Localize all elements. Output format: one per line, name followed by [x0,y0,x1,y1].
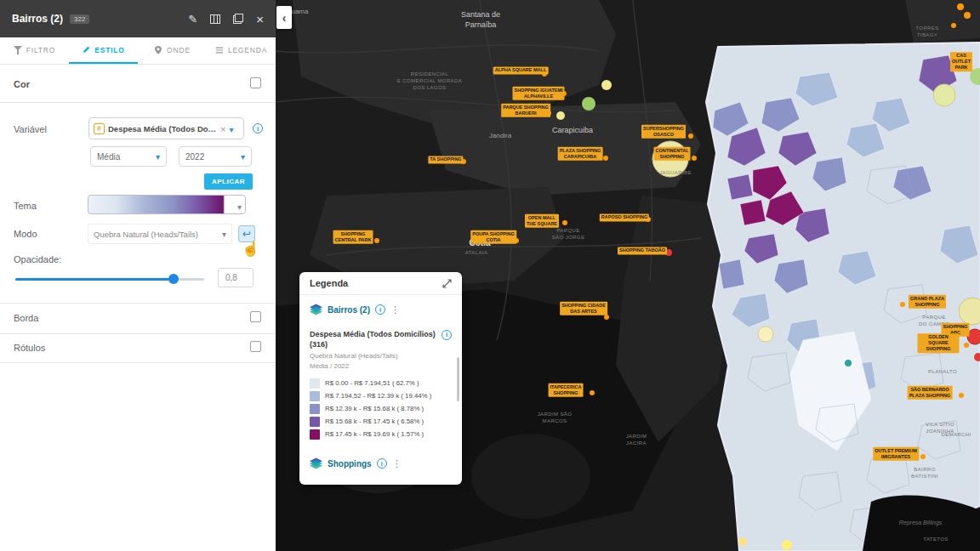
color-section-checkbox[interactable] [250,77,261,88]
aggregation-select[interactable]: Média [90,146,167,167]
shopping-label[interactable]: GRAND PLAZA SHOPPING [909,295,946,309]
close-icon[interactable] [256,13,264,26]
tab-label: LEGENDA [228,46,267,54]
variable-info-icon[interactable] [253,123,263,133]
variable-title-text: Despesa Média (Todos Domicílios) (316) [310,330,437,349]
shopping-label[interactable]: RAPOSO SHOPPING [600,213,649,221]
tab-estilo[interactable]: ESTILO [69,37,138,64]
year-value: 2022 [185,152,204,162]
kebab-menu-icon[interactable] [390,304,400,315]
shopping-label[interactable]: PARQUE SHOPPING BARUERI [501,104,550,117]
shopping-label[interactable]: SUPERSHOPPING OSASCO [641,125,686,139]
slider-thumb[interactable] [168,274,179,284]
aggregation-value: Média [97,152,120,162]
legend-stat-line: Média / 2022 [310,362,452,370]
legend-scrollbar[interactable] [457,357,459,401]
class-label: R$ 7.194,52 - R$ 12.39 k ( 19.44% ) [325,392,431,400]
legend-header[interactable]: Legenda [299,272,462,295]
legend-class-row: R$ 12.39 k - R$ 15.68 k ( 8.78% ) [310,402,452,415]
labels-section-checkbox[interactable] [250,341,261,352]
variable-select[interactable]: Despesa Média (Todos Domicílios) [88,117,244,139]
shopping-label[interactable]: ITAPECERICA SHOPPING [549,383,584,397]
shopping-label[interactable]: SHOPPING IGUATEMI ALPHAVILLE [512,87,564,100]
place-label: ATALAIA [465,250,488,257]
variable-label: Variável [14,124,47,134]
shopping-label[interactable]: OPEN MALL THE SQUARE [525,214,559,228]
shopping-label[interactable]: SHOPPING TABOÃO [618,247,667,254]
panel-header: Bairros (2) 322 ✎ [0,0,276,37]
place-label: Santana de Parnaíba [461,10,500,30]
place-label: Carapicuiba [552,126,593,136]
water-label: Represa Billings [899,519,943,526]
shopping-label[interactable]: GOLDEN SQUARE SHOPPING [918,333,960,353]
shopping-label[interactable]: CAS OUTLET PARK [950,52,972,71]
theme-label: Tema [14,201,37,211]
class-label: R$ 0.00 - R$ 7.194,51 ( 62.7% ) [325,379,419,387]
legend-classes: R$ 0.00 - R$ 7.194,51 ( 62.7% ) R$ 7.194… [310,377,452,440]
legend-variable-title: Despesa Média (Todos Domicílios) (316) [310,330,452,349]
shopping-label[interactable]: SHOPPING CENTRAL PARK [333,230,373,244]
legend-mode-line: Quebra Natural (Heads/Tails) [310,352,452,360]
variable-value: Despesa Média (Todos Domicílios) [108,124,217,133]
year-select[interactable]: 2022 [179,146,252,167]
color-ramp-select[interactable] [88,195,246,214]
expand-icon[interactable] [442,279,452,288]
shopping-label[interactable]: POUPA SHOPPING COTIA [470,230,516,244]
color-section-label: Cor [14,79,30,89]
border-section-label: Borda [14,313,38,323]
place-label: RESIDENCIAL E COMERCIAL MORADA DOS LAGOS [397,71,462,91]
variable-info-icon[interactable] [442,330,452,340]
divider [0,333,276,334]
layer-style-panel: Bairros (2) 322 ✎ FILTRO ESTILO ONDE [0,0,276,551]
class-label: R$ 15.68 k - R$ 17.45 k ( 6.58% ) [325,418,424,425]
border-section-checkbox[interactable] [250,311,261,322]
shopping-label[interactable]: SÃO BERNARDO PLAZA SHOPPING [908,386,953,400]
tab-filtro[interactable]: FILTRO [0,37,69,64]
class-swatch [310,429,320,440]
shopping-label[interactable]: CONTINENTAL SHOPPING [653,147,690,161]
layer-name: Shoppings [328,459,372,469]
opacity-slider[interactable] [15,274,204,284]
clear-variable-icon[interactable] [220,121,225,136]
shopping-label[interactable]: ALPHA SQUARE MALL [493,66,549,74]
opacity-input[interactable]: 0,8 [218,268,254,287]
tab-label: ESTILO [94,46,125,54]
chevron-down-icon [222,230,226,239]
chevron-down-icon [241,152,245,162]
shopping-label[interactable]: TA SHOPPING [428,156,463,163]
collapse-panel-button[interactable] [276,6,292,29]
legend-class-row: R$ 7.194,52 - R$ 12.39 k ( 19.44% ) [310,389,452,402]
geomarketing-app: Bairros (2) 322 ✎ FILTRO ESTILO ONDE [0,0,980,551]
classification-mode-select[interactable]: Quebra Natural (Heads/Tails) [88,224,232,244]
cursor-hand-icon [242,240,259,258]
tab-legenda[interactable]: LEGENDA [207,37,276,64]
place-label: PARQUE SÃO JORGE [552,228,585,241]
apply-button[interactable]: APLICAR [204,173,253,190]
legend-layer-shoppings[interactable]: Shoppings [310,457,452,469]
legend-layer-bairros[interactable]: Bairros (2) [310,304,452,315]
tab-onde[interactable]: ONDE [138,37,207,64]
class-swatch [310,417,320,427]
class-label: R$ 12.39 k - R$ 15.68 k ( 8.78% ) [325,405,424,412]
divider [0,303,276,304]
edit-icon[interactable]: ✎ [188,14,197,25]
kebab-menu-icon[interactable] [392,458,402,469]
labels-section-label: Rótulos [14,343,45,353]
map-area[interactable]: ALPHA SQUARE MALL SHOPPING IGUATEMI ALPH… [276,0,980,551]
shopping-label[interactable]: PLAZA SHOPPING CARAPICUIBA [558,147,603,161]
layer-info-icon[interactable] [377,458,387,469]
feature-count-badge: 322 [70,14,89,24]
shopping-label[interactable]: OUTLET PREMIUM IMIGRANTES [873,447,919,461]
legend-class-row: R$ 17.45 k - R$ 19.69 k ( 1.57% ) [310,428,452,440]
shopping-label[interactable]: SHOPPING CIDADE DAS ARTES [560,302,607,315]
class-swatch [310,391,320,401]
panel-tabs: FILTRO ESTILO ONDE LEGENDA [0,37,276,65]
layers-icon [310,457,322,469]
numeric-variable-icon [94,123,105,134]
chevron-down-icon[interactable] [229,121,233,136]
duplicate-icon[interactable] [233,14,243,24]
table-icon[interactable] [210,14,220,24]
chevron-down-icon [156,152,160,162]
place-label: DEMARCHI [941,432,971,439]
layer-info-icon[interactable] [375,304,385,315]
